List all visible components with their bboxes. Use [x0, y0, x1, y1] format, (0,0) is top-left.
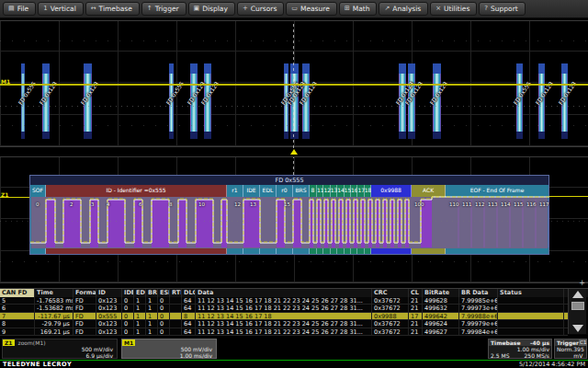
menu-button-support[interactable]: ?Support — [479, 2, 525, 16]
decode-field-label: SOF — [30, 187, 45, 193]
decode-table-body: 5-1.76583 msFD0x12301106411 12 13 14 15 … — [0, 297, 568, 335]
decode-field-label: 18 — [365, 187, 370, 193]
menu-button-measure[interactable]: ▭Measure — [286, 2, 337, 16]
m1-trace — [0, 84, 588, 86]
menu-button-math[interactable]: ⊞Math — [339, 2, 378, 16]
menu-button-timebase[interactable]: ↔Timebase — [85, 2, 140, 16]
cell-status — [498, 305, 564, 311]
table-row[interactable]: 7-117.67 µsFD0x5550110811 12 13 14 15 16… — [0, 313, 568, 320]
cell-status — [498, 313, 564, 319]
cell-data: 11 12 13 14 15 16 17 18 21 22 23 24 25 2… — [196, 320, 372, 327]
trigger-icon: ↑ — [147, 6, 153, 12]
cell-cl: 21 — [409, 320, 423, 327]
cell-data: 11 12 13 14 15 16 17 18 — [196, 313, 372, 319]
menu-button-file[interactable]: ▤File — [3, 2, 36, 16]
vertical-icon: 1 — [43, 6, 47, 12]
cell-esi: 0 — [158, 297, 170, 304]
decode-table: CAN FDTimeFormatIDIDEEDLBRSESIRTRDLCData… — [0, 288, 588, 335]
menu-label: File — [17, 5, 29, 13]
cell-crc: 0x9988 — [372, 313, 409, 319]
cell-rtr — [170, 305, 182, 311]
z1-descriptor-box[interactable]: Z1zoom(M1) 500 mV/div 6.9 µs/div — [2, 339, 118, 359]
frame-marker: FD 0x123 — [302, 63, 310, 139]
column-header: Time — [35, 289, 74, 297]
table-scrollbar[interactable] — [568, 289, 586, 334]
table-row[interactable]: 6-1.53682 msFD0x12301106411 12 13 14 15 … — [0, 305, 568, 312]
cell-bitrate: 499628 — [423, 297, 459, 304]
cell-dlc: 64 — [182, 305, 196, 311]
cell-brdata: 7.99973e+6 — [459, 305, 498, 311]
timebase-descriptor-box[interactable]: Timebase-40 µs 1.00 ms/div 2.5 MS250 MS/… — [488, 339, 552, 359]
cell-edl: 1 — [134, 313, 146, 319]
frame-marker: FD 0x123 — [204, 63, 211, 139]
m1-tdiv: 1.00 ms/div — [122, 352, 216, 359]
decode-field-label: BRS — [293, 187, 309, 193]
cell-cl: 17 — [409, 313, 423, 319]
column-header: ESI — [158, 289, 170, 297]
cell-time: -1.76583 ms — [35, 297, 74, 304]
column-header: Format — [74, 289, 96, 297]
menu-label: Analysis — [392, 5, 421, 13]
utilities-icon: × — [435, 6, 441, 12]
column-header: CRC — [372, 289, 409, 297]
cell-id: 0x555 — [96, 313, 122, 319]
cell-brs: 1 — [146, 313, 158, 319]
cell-data: 11 12 13 14 15 16 17 18 21 22 23 24 25 2… — [196, 305, 372, 311]
scrollbar-thumb[interactable] — [571, 302, 584, 310]
cell-ide: 0 — [122, 305, 134, 311]
menu-button-trigger[interactable]: ↑Trigger — [141, 2, 187, 16]
cell-id: 0x123 — [96, 328, 122, 335]
decode-field-label: 14 — [337, 187, 343, 193]
scroll-up-icon[interactable] — [572, 291, 583, 298]
frame-marker: FD 0x123 — [408, 63, 415, 139]
menu-button-cursors[interactable]: +Cursors — [237, 2, 284, 16]
frame-marker: FD 0x123 — [42, 63, 50, 139]
cell-format: FD — [74, 328, 96, 335]
cell-dlc: 8 — [182, 313, 196, 319]
cell-id: 0x123 — [96, 297, 122, 304]
cell-dlc: 64 — [182, 297, 196, 304]
table-row[interactable]: 5-1.76583 msFD0x12301106411 12 13 14 15 … — [0, 297, 568, 305]
cell-edl: 1 — [134, 305, 146, 311]
tick-row — [0, 261, 588, 262]
cell-bitrate: 499632 — [423, 305, 459, 311]
table-expand-icon[interactable]: + — [579, 280, 585, 287]
menu-button-utilities[interactable]: ×Utilities — [430, 2, 477, 16]
menu-button-vertical[interactable]: 1Vertical — [38, 2, 84, 16]
cell-brdata: 7.99985e+6 — [459, 297, 498, 304]
cell-rtr — [170, 320, 182, 327]
cell-brdata: 7.99988e+6 — [459, 313, 498, 319]
trigger-descriptor-box[interactable]: TriggerC1 Norm.395 mV CAN FD — [554, 339, 587, 359]
column-header: IDE — [122, 289, 134, 297]
decode-field-label: r1 — [227, 187, 243, 193]
cell-status — [498, 320, 564, 327]
column-header: Status — [498, 289, 564, 297]
decode-field-label: EOF - End Of Frame — [446, 187, 548, 193]
menu-bar: ▤File1Vertical↔Timebase↑Trigger▣Display+… — [0, 0, 588, 18]
trigger-position-marker[interactable] — [290, 149, 298, 155]
menu-button-display[interactable]: ▣Display — [188, 2, 235, 16]
column-header: Data — [196, 289, 372, 297]
table-row[interactable]: 9169.21 µsFD0x12301106411 12 13 14 15 16… — [0, 328, 568, 336]
cell-idx: 6 — [0, 305, 35, 311]
column-header: BRS — [146, 289, 158, 297]
frame-marker: FD 0x555 — [21, 63, 25, 139]
cell-cl: 21 — [409, 328, 423, 335]
cell-crc: 0x37672 — [372, 305, 409, 311]
cell-bitrate: 499642 — [423, 313, 459, 319]
cell-rtr — [170, 313, 182, 319]
decoder-tab[interactable]: CAN FD — [0, 289, 35, 297]
m1-descriptor-box[interactable]: M1 500 mV/div 1.00 ms/div — [121, 339, 217, 359]
cell-edl: 1 — [134, 328, 146, 335]
menu-button-analysis[interactable]: ↗Analysis — [379, 2, 428, 16]
scroll-down-icon[interactable] — [572, 325, 583, 332]
cell-esi: 0 — [158, 313, 170, 319]
tick-row — [0, 40, 588, 41]
decode-field-label: IDE — [243, 187, 259, 193]
table-row[interactable]: 8-29.79 µsFD0x12301106411 12 13 14 15 16… — [0, 320, 568, 328]
measure-icon: ▭ — [291, 6, 298, 12]
column-header: CL — [409, 289, 423, 297]
timebase-tdiv: 1.00 ms/div — [489, 346, 551, 352]
frame-marker: FD 0x555 — [169, 63, 174, 139]
decode-field-label: 8 — [310, 187, 316, 193]
